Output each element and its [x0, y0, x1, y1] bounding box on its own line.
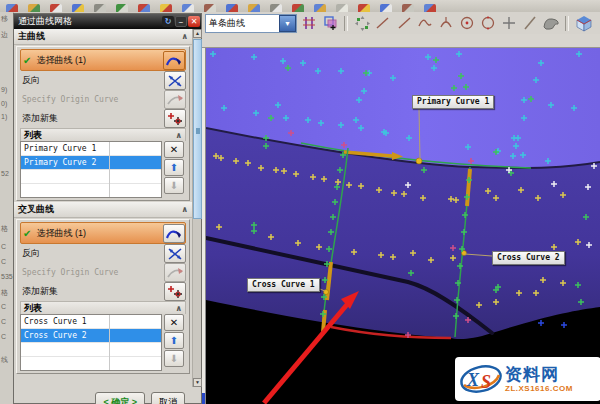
- primary-list-header[interactable]: 列表∧: [20, 128, 186, 141]
- primary-curves-section-header[interactable]: 主曲线∧: [14, 29, 192, 45]
- primary-reverse-row[interactable]: 反向: [20, 71, 186, 90]
- toolbar-icon-fragment[interactable]: [94, 4, 106, 12]
- list-row[interactable]: Primary Curve 2: [21, 156, 161, 170]
- toolbar-icon-fragment[interactable]: [270, 4, 282, 12]
- cross-add-set-row[interactable]: 添加新集: [20, 282, 186, 301]
- collapse-caret-icon[interactable]: ∧: [182, 32, 189, 41]
- add-new-set-icon[interactable]: [164, 282, 186, 301]
- select-curve-icon[interactable]: [163, 224, 185, 243]
- ok-button[interactable]: < 确定 >: [95, 392, 145, 404]
- dialog-titlebar[interactable]: 通过曲线网格 ↻ − ✕: [14, 14, 201, 29]
- background-text-fragment: 格: [1, 288, 8, 298]
- cross-curves-group: ✔ 选择曲线 (1) 反向 Specify Origin Curve 添加新集: [16, 219, 190, 374]
- toolbar-icon-fragment[interactable]: [116, 4, 128, 12]
- toolbar-icon-fragment[interactable]: [204, 4, 216, 12]
- move-up-icon[interactable]: ⬆: [164, 159, 184, 176]
- list-row[interactable]: [21, 170, 161, 184]
- viewport-canvas[interactable]: Primary Curve 1Cross Curve 1Cross Curve …: [205, 48, 600, 404]
- move-down-icon: ⬇: [164, 177, 184, 194]
- pan-icon[interactable]: [353, 14, 371, 32]
- toolbar-icon-fragment[interactable]: [72, 4, 84, 12]
- dialog-minimize-icon[interactable]: −: [175, 16, 187, 27]
- circle-center-icon[interactable]: [458, 14, 476, 32]
- toolbar-second-row: 单条曲线 ▼: [200, 12, 600, 34]
- list-row[interactable]: [21, 343, 161, 357]
- cross-reverse-row[interactable]: 反向: [20, 244, 186, 263]
- toolbar-icon-fragment[interactable]: [292, 4, 304, 12]
- background-text-fragment: C: [1, 258, 6, 265]
- toolbar-top-row: [0, 0, 600, 12]
- dialog-reset-icon[interactable]: ↻: [162, 16, 174, 27]
- toolbar-icon-fragment[interactable]: [182, 4, 194, 12]
- background-text-fragment: C: [1, 333, 6, 340]
- toolbar-icon-fragment[interactable]: [314, 4, 326, 12]
- scroll-up-icon[interactable]: ▲: [193, 29, 202, 38]
- curve-rule-dropdown[interactable]: 单条曲线 ▼: [205, 14, 297, 33]
- watermark-name: 资料网: [505, 366, 573, 383]
- primary-add-set-row[interactable]: 添加新集: [20, 109, 186, 128]
- primary-select-curve-row[interactable]: ✔ 选择曲线 (1): [20, 49, 186, 71]
- toolbar-icon-fragment[interactable]: [6, 4, 18, 12]
- dialog-close-icon[interactable]: ✕: [188, 16, 200, 27]
- circle-icon[interactable]: [479, 14, 497, 32]
- reverse-direction-icon[interactable]: [164, 244, 186, 263]
- dialog-scrollbar[interactable]: ▲ ▼: [192, 29, 201, 387]
- select-curve-icon[interactable]: [163, 51, 185, 70]
- cross-curves-section-header[interactable]: 交叉曲线∧: [14, 202, 192, 218]
- list-row[interactable]: Primary Curve 1: [21, 142, 161, 156]
- toolbar-icon-fragment[interactable]: [138, 4, 150, 12]
- reverse-direction-icon[interactable]: [164, 71, 186, 90]
- chevron-down-icon[interactable]: ▼: [279, 15, 296, 32]
- solid-box-icon[interactable]: [574, 14, 592, 32]
- primary-curve-list[interactable]: Primary Curve 1Primary Curve 2: [20, 141, 162, 198]
- background-text-fragment: 格: [1, 224, 8, 234]
- background-text-fragment: C: [1, 303, 6, 310]
- curve-rule-value: 单条曲线: [206, 17, 279, 30]
- add-patch-icon[interactable]: [321, 14, 339, 32]
- scrollbar-thumb[interactable]: [193, 39, 202, 219]
- toolbar-icon-fragment[interactable]: [160, 4, 172, 12]
- collapse-caret-icon[interactable]: ∧: [176, 304, 183, 313]
- cross-select-curve-row[interactable]: ✔ 选择曲线 (1): [20, 222, 186, 244]
- toolbar-icon-fragment[interactable]: [358, 4, 370, 12]
- list-row[interactable]: Cross Curve 2: [21, 329, 161, 343]
- background-text-fragment: 1): [1, 113, 7, 120]
- fillet-arc-icon[interactable]: [437, 14, 455, 32]
- toolbar-icon-fragment[interactable]: [226, 4, 238, 12]
- primary-curve-handle[interactable]: [416, 158, 422, 164]
- collapse-caret-icon[interactable]: ∧: [182, 205, 189, 214]
- toolbar-icon-fragment[interactable]: [50, 4, 62, 12]
- point-plus-icon[interactable]: [500, 14, 518, 32]
- toolbar-icon-fragment[interactable]: [380, 4, 392, 12]
- dialog-title: 通过曲线网格: [18, 15, 162, 28]
- list-row[interactable]: [21, 184, 161, 198]
- background-text-fragment: 边: [1, 30, 8, 40]
- spline-icon[interactable]: [416, 14, 434, 32]
- specify-origin-curve-icon: [164, 263, 186, 282]
- grid-hash-icon[interactable]: [300, 14, 318, 32]
- line-icon-2[interactable]: [395, 14, 413, 32]
- list-row[interactable]: [21, 357, 161, 371]
- toolbar-icon-fragment[interactable]: [424, 4, 436, 12]
- remove-item-icon[interactable]: ✕: [164, 314, 184, 331]
- line-icon[interactable]: [374, 14, 392, 32]
- toolbar-icon-fragment[interactable]: [248, 4, 260, 12]
- check-icon: ✔: [23, 55, 31, 66]
- toolbar-icon-fragment[interactable]: [28, 4, 40, 12]
- toolbar-icon-fragment[interactable]: [336, 4, 348, 12]
- cross-list-header[interactable]: 列表∧: [20, 301, 186, 314]
- toolbar-icon-fragment[interactable]: [402, 4, 414, 12]
- list-row[interactable]: Cross Curve 1: [21, 315, 161, 329]
- background-text-fragment: C: [1, 318, 6, 325]
- cancel-button[interactable]: 取消: [151, 392, 185, 404]
- collapse-caret-icon[interactable]: ∧: [176, 131, 183, 140]
- background-text-fragment: 移: [1, 14, 8, 24]
- move-up-icon[interactable]: ⬆: [164, 332, 184, 349]
- cross-curve-list[interactable]: Cross Curve 1Cross Curve 2: [20, 314, 162, 371]
- add-new-set-icon[interactable]: [164, 109, 186, 128]
- surface-blob-icon[interactable]: [542, 14, 560, 32]
- background-text-fragment: 线: [1, 355, 8, 365]
- remove-item-icon[interactable]: ✕: [164, 141, 184, 158]
- scroll-down-icon[interactable]: ▼: [193, 378, 202, 387]
- slash-icon[interactable]: [521, 14, 539, 32]
